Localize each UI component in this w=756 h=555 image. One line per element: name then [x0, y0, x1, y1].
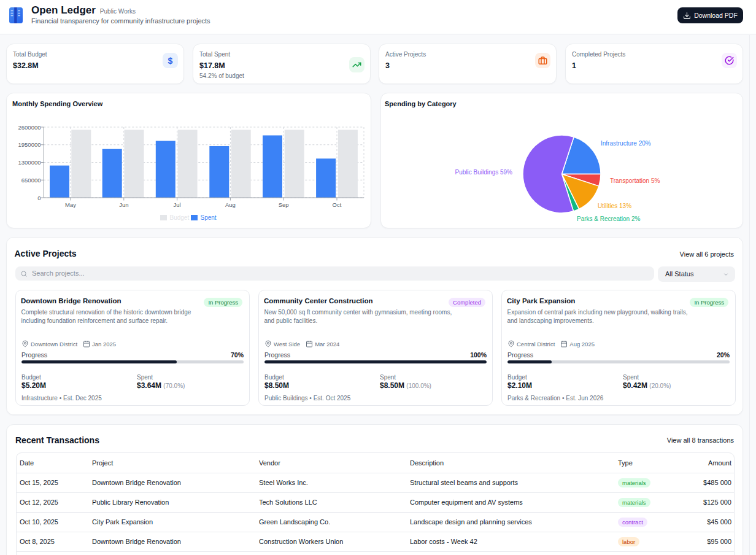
- svg-text:Utilities 13%: Utilities 13%: [598, 203, 631, 209]
- svg-text:Sep: Sep: [279, 201, 289, 208]
- svg-text:Jun: Jun: [119, 201, 128, 208]
- svg-text:Parks & Recreation 2%: Parks & Recreation 2%: [577, 215, 640, 222]
- svg-text:Transportation 5%: Transportation 5%: [610, 177, 660, 184]
- svg-text:1950000: 1950000: [18, 141, 41, 148]
- svg-text:Jul: Jul: [174, 201, 181, 208]
- svg-text:Infrastructure 20%: Infrastructure 20%: [601, 140, 651, 147]
- svg-text:Public Buildings 59%: Public Buildings 59%: [455, 169, 512, 176]
- svg-text:0: 0: [37, 195, 40, 201]
- svg-text:Aug: Aug: [225, 201, 236, 208]
- svg-text:1300000: 1300000: [18, 159, 41, 166]
- svg-text:Spent: Spent: [201, 214, 217, 221]
- svg-text:650000: 650000: [21, 177, 41, 184]
- svg-text:Oct: Oct: [333, 201, 342, 208]
- svg-text:May: May: [65, 201, 76, 208]
- svg-text:Budget: Budget: [170, 214, 190, 221]
- svg-text:2600000: 2600000: [18, 124, 41, 131]
